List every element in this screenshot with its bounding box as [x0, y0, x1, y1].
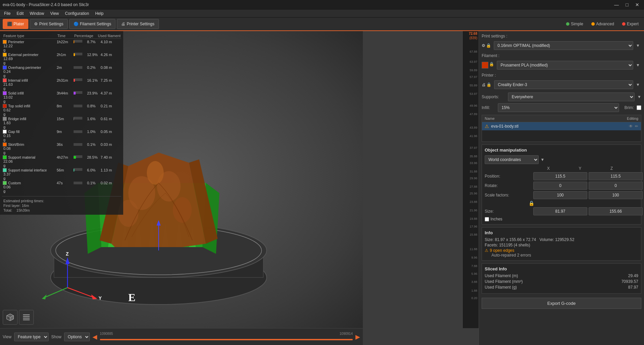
info-title: Info — [485, 230, 638, 235]
inches-label: Inches — [490, 217, 502, 221]
mode-simple-label: Simple — [571, 22, 583, 26]
feature-g: 12.69 g — [3, 57, 8, 65]
filament-g-value: 87.97 — [628, 285, 638, 290]
volume-value: 129529.52 — [555, 237, 574, 242]
print-profile-dropdown-arrow[interactable]: ▼ — [635, 43, 641, 48]
total-time: Total: 15h39m — [2, 208, 121, 213]
object-list-item[interactable]: ⚠ eva-01-body.stl 👁 ✏ — [482, 122, 641, 130]
feature-m: 1.13 m — [101, 168, 114, 172]
ruler-mark: 59.89 — [469, 69, 477, 72]
edit-icon[interactable]: ✏ — [635, 124, 638, 129]
size-x-input[interactable] — [533, 207, 587, 215]
minimize-button[interactable]: — — [612, 1, 621, 8]
mode-expert-btn[interactable]: Expert — [619, 21, 641, 27]
coord-system-select[interactable]: World coordinates Local coordinates — [485, 155, 539, 164]
warning-value: 9 open edges — [490, 248, 514, 253]
filament-color-swatch[interactable] — [482, 62, 488, 69]
feature-bar-container — [74, 130, 87, 134]
slider-fill — [100, 339, 353, 340]
close-button[interactable]: ✕ — [633, 1, 641, 8]
scale-x-input[interactable] — [533, 191, 587, 199]
maximize-button[interactable]: □ — [624, 1, 630, 8]
view-label: View — [3, 335, 11, 339]
menu-edit[interactable]: Edit — [14, 10, 26, 17]
rotate-y-input[interactable] — [589, 182, 643, 190]
menu-help[interactable]: Help — [92, 10, 106, 17]
overhang-color — [3, 65, 7, 70]
ruler-mark: 21.96 — [469, 209, 477, 212]
ruler-mark: 25.96 — [469, 192, 477, 195]
brim-checkbox[interactable] — [637, 105, 641, 110]
ruler-mark: 63.97 — [469, 60, 477, 63]
eye-icon[interactable]: 👁 — [629, 124, 633, 129]
printer-icon: 🖨 — [482, 82, 486, 87]
plater-tab[interactable]: ⬛ Plater — [3, 19, 28, 29]
export-gcode-button[interactable]: Export G-code — [482, 298, 641, 309]
print-settings-tab[interactable]: ⚙ Print Settings — [30, 19, 68, 29]
show-select[interactable]: Options — [64, 333, 90, 341]
inches-checkbox[interactable] — [485, 217, 489, 221]
sliced-info-section: Sliced Info Used Filament (m) 29.49 Used… — [482, 263, 641, 294]
scale-row: Scale factors: % — [485, 191, 638, 199]
menu-file[interactable]: File — [1, 10, 13, 17]
feature-pct: 23.9% — [87, 91, 101, 95]
menu-configuration[interactable]: Configuration — [62, 10, 92, 17]
nav-right-arrow[interactable]: ▶ — [355, 333, 360, 341]
printer-dropdown-arrow[interactable]: ▼ — [635, 82, 641, 87]
list-item: Gap fill 9m 1.0% 0.05 m 0.15 g — [2, 129, 121, 142]
feature-bar-container — [74, 117, 87, 121]
bottom-bar: View Feature type Height Width Speed Fan… — [0, 328, 363, 345]
infill-select[interactable]: 15% 20% 30% — [498, 103, 619, 112]
feature-name: External perimeter — [8, 53, 57, 57]
svg-rect-39 — [23, 318, 30, 319]
filament-m-label: Used Filament (m) — [485, 273, 518, 278]
coord-dropdown-arrow[interactable]: ▼ — [540, 157, 544, 162]
supports-arrow[interactable]: ▼ — [637, 95, 641, 99]
size-label: Size: — [485, 237, 495, 242]
filament-mm3-value: 70939.57 — [621, 279, 638, 284]
feature-col-pct: Percentage — [74, 34, 98, 38]
rotate-x-input[interactable] — [533, 182, 587, 190]
supports-select[interactable]: Everywhere None Support on build plate o… — [508, 92, 635, 101]
menu-window[interactable]: Window — [27, 10, 47, 17]
menu-view[interactable]: View — [48, 10, 62, 17]
svg-point-21 — [147, 161, 164, 185]
plater-label: Plater — [14, 22, 24, 26]
scale-y-input[interactable] — [589, 191, 643, 199]
xyz-header: X Y Z — [485, 166, 638, 171]
ruler-mark: 37.97 — [469, 146, 477, 150]
print-profile-select[interactable]: 0.16mm OPTIMAL (modified) — [494, 41, 633, 50]
mode-simple-btn[interactable]: Simple — [563, 21, 586, 27]
layer-view-btn[interactable] — [19, 310, 34, 325]
feature-m: 4.37 m — [101, 91, 114, 95]
scale-lock-icon[interactable]: 🔒 — [529, 201, 534, 206]
name-col-header: Name — [485, 116, 494, 121]
feature-pct: 1.0% — [87, 130, 101, 134]
printer-settings-section: Printer : 🖨 🔒 Creality Ender-3 ▼ — [482, 73, 641, 89]
filament-profile-select[interactable]: Prusament PLA (modified) — [497, 61, 633, 70]
position-x-input[interactable] — [533, 172, 587, 180]
svg-rect-37 — [23, 314, 30, 315]
ruler-mark: 33.96 — [469, 161, 477, 165]
info-section: Info Size: 81.97 x 155.66 x 72.74 Volume… — [482, 227, 641, 261]
plater-icon: ⬛ — [7, 22, 12, 26]
lock-small-icon: 🔒 — [486, 43, 491, 48]
nav-left-arrow[interactable]: ◀ — [92, 333, 97, 341]
perspective-view-btn[interactable] — [3, 310, 18, 325]
view-mode-select[interactable]: Feature type Height Width Speed Fan spee… — [14, 333, 49, 341]
printer-settings-tab[interactable]: 🖨 Printer Settings — [117, 19, 159, 29]
position-row: Position: mm — [485, 172, 638, 180]
printer-profile-select[interactable]: Creality Ender-3 — [494, 80, 633, 89]
filament-mm3-label: Used Filament (mm³) — [485, 279, 523, 284]
feature-bar-container — [74, 91, 87, 95]
size-y-input[interactable] — [589, 207, 643, 215]
feature-list-panel: Feature type Time Percentage Used filame… — [0, 31, 123, 215]
feature-m: 0.21 m — [101, 104, 114, 108]
ruler-mark: 5.96 — [471, 272, 477, 275]
position-y-input[interactable] — [589, 172, 643, 180]
sliced-title: Sliced Info — [485, 266, 638, 271]
filament-dropdown-arrow[interactable]: ▼ — [635, 63, 641, 68]
filament-settings-tab[interactable]: 🔵 Filament Settings — [69, 19, 116, 29]
x-col-header: X — [533, 166, 564, 171]
mode-advanced-btn[interactable]: Advanced — [589, 21, 617, 27]
